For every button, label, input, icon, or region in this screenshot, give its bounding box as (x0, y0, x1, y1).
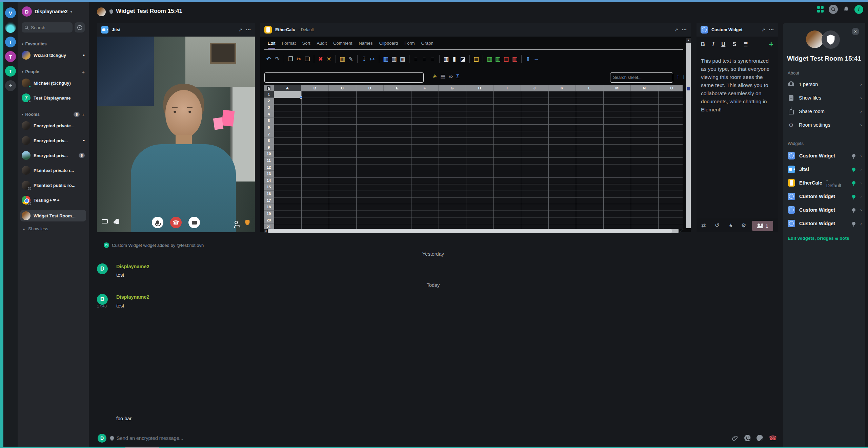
menu-item[interactable]: Form (404, 41, 415, 46)
room-list-item[interactable]: Michael (t3chguy) (20, 78, 86, 88)
menu-item[interactable]: Graph (421, 41, 433, 46)
search-button[interactable] (829, 5, 838, 14)
row-header[interactable]: 14 (264, 177, 274, 184)
row-header[interactable]: 10 (264, 151, 274, 157)
toolbar-button[interactable]: ▦ (379, 55, 390, 63)
emoji-icon[interactable] (744, 435, 751, 441)
jitsi-widget-header[interactable]: Jitsi (97, 23, 255, 37)
row-header[interactable]: 19 (264, 211, 274, 217)
toolbar-button[interactable]: ≡ (428, 55, 437, 63)
toolbar-button[interactable]: ✳ (325, 55, 333, 63)
room-list-item[interactable]: Encrypted private... (20, 121, 86, 131)
space-avatar[interactable]: T (5, 51, 16, 62)
toolbar-button[interactable]: ▤ (469, 55, 480, 63)
widget-list-item[interactable]: Custom Widget › (788, 219, 862, 228)
room-list-item[interactable]: Wízárd t3chguy • (20, 50, 86, 60)
find-previous-icon[interactable]: ↑ (677, 73, 680, 80)
room-list-item[interactable]: Encrypted priv... • (20, 135, 86, 146)
room-list-item[interactable]: Plaintext private r... (20, 165, 86, 175)
room-title[interactable]: Widget Test Room 15:41 (116, 8, 182, 15)
widget-list-item[interactable]: EtherCalc - Default › (788, 178, 862, 188)
column-header[interactable]: H (466, 85, 493, 91)
toolbar-button[interactable]: ❐ (284, 55, 295, 63)
edit-widgets-link[interactable]: Edit widgets, bridges & bots (788, 236, 849, 241)
message-input[interactable] (117, 433, 720, 443)
row-header[interactable]: 11 (264, 157, 274, 164)
chevron-right-icon[interactable]: › (860, 167, 862, 172)
popout-icon[interactable] (674, 27, 678, 33)
pin-icon[interactable] (852, 181, 855, 185)
menu-item[interactable]: Edit (268, 41, 275, 46)
widget-list-item[interactable]: Custom Widget › (788, 205, 862, 215)
selection-handle[interactable] (300, 96, 302, 99)
toolbar-button[interactable]: ≡ (420, 55, 428, 63)
format-button[interactable]: ≣ (743, 41, 748, 48)
row-header[interactable]: 6 (264, 124, 274, 131)
add-button[interactable]: + (769, 40, 773, 49)
panel-menu-item[interactable]: ⚙ Room settings › (788, 121, 862, 129)
room-list-item[interactable]: T Test Displayname (20, 93, 86, 103)
row-header[interactable]: 3 (264, 104, 274, 111)
toolbar-button[interactable]: ✂ (295, 55, 303, 63)
row-header[interactable]: 15 (264, 184, 274, 191)
row-header[interactable]: 5 (264, 118, 274, 124)
menu-item[interactable]: Clipboard (379, 41, 398, 46)
panel-menu-item[interactable]: 1 person › (788, 80, 862, 89)
column-header[interactable]: A (274, 85, 301, 91)
menu-item[interactable]: Names (359, 41, 372, 46)
space-avatar[interactable] (5, 22, 16, 33)
room-list-item[interactable]: Widget Test Room... (20, 210, 86, 221)
toolbar-button[interactable]: ▤ (502, 55, 510, 63)
hangup-button[interactable]: ☎ (170, 217, 182, 228)
column-header[interactable]: O (658, 85, 683, 91)
pad-text[interactable]: This pad text is synchronized as you typ… (701, 57, 773, 114)
widget-list-item[interactable]: Jitsi › (788, 165, 862, 174)
format-button[interactable]: B (701, 41, 705, 48)
row-header[interactable]: 7 (264, 131, 274, 138)
format-button[interactable]: I (712, 41, 714, 48)
menu-item[interactable]: Sort (302, 41, 310, 46)
space-avatar[interactable]: T (5, 66, 16, 77)
show-less-button[interactable]: ▴ Show less (18, 226, 89, 231)
section-rooms[interactable]: ▾ Rooms 6 + (18, 112, 89, 117)
close-icon[interactable]: × (852, 28, 859, 35)
row-header[interactable]: 12 (264, 164, 274, 171)
toolbar-button[interactable]: ↧ (357, 55, 368, 63)
column-header[interactable]: L (576, 85, 603, 91)
pane-resize-handle[interactable]: ⤢ (680, 228, 683, 233)
state-event[interactable]: D Custom Widget widget added by @test:ri… (104, 242, 204, 248)
chevron-right-icon[interactable]: › (860, 153, 862, 158)
camera-button[interactable] (188, 217, 200, 228)
popout-icon[interactable] (238, 27, 242, 33)
toolbar-button[interactable]: ⇕ (521, 55, 532, 63)
scrollbar-thumb[interactable] (687, 87, 690, 90)
row-header[interactable]: 1 (264, 91, 274, 98)
row-header[interactable]: 2 (264, 98, 274, 105)
message-body[interactable]: test (116, 272, 124, 278)
search-box[interactable] (22, 22, 73, 33)
user-avatar[interactable]: D (22, 6, 32, 17)
menu-item[interactable]: Audit (317, 41, 327, 46)
panel-menu-item[interactable]: Show files › (788, 93, 862, 102)
toolbar-button[interactable]: ≡ (409, 55, 420, 63)
options-icon[interactable] (769, 27, 774, 33)
column-header[interactable]: N (631, 85, 658, 91)
pin-icon[interactable] (852, 154, 855, 157)
toolbar-button[interactable]: ▩ (398, 55, 407, 63)
add-person-button[interactable]: + (82, 69, 85, 75)
column-header[interactable]: B (301, 85, 329, 91)
column-header[interactable]: G (439, 85, 466, 91)
row-header[interactable]: 8 (264, 137, 274, 144)
row-header[interactable]: 20 (264, 217, 274, 224)
column-header[interactable]: K (548, 85, 576, 91)
row-header[interactable]: 17 (264, 197, 274, 204)
room-list-item[interactable]: Plaintext public ro... (20, 180, 86, 190)
toolbar-button[interactable]: ↷ (273, 55, 281, 63)
formula-icon[interactable]: Σ (456, 73, 460, 80)
toolbar-button[interactable]: ▮ (450, 55, 459, 63)
hangup-icon[interactable]: ☎ (769, 434, 777, 442)
security-shield-icon[interactable] (245, 219, 250, 226)
chevron-right-icon[interactable]: › (860, 180, 862, 186)
pin-icon[interactable] (852, 208, 855, 212)
apps-grid-icon[interactable] (817, 6, 824, 13)
